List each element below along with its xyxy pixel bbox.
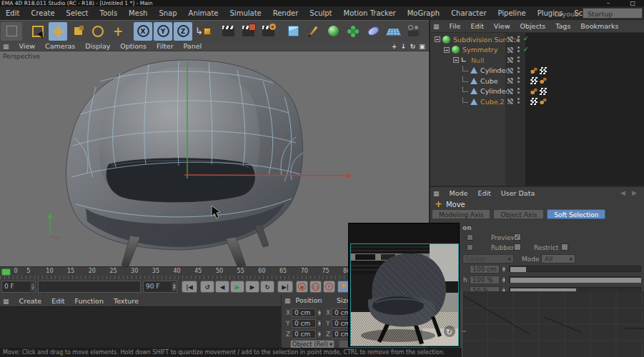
object-manager-menu-view[interactable]: View <box>489 20 515 33</box>
minimize-button[interactable]: – <box>607 0 610 6</box>
material-manager-menu-edit[interactable]: Edit <box>46 295 69 307</box>
object-manager-menu-bookmarks[interactable]: Bookmarks <box>575 20 623 33</box>
add-environment-button[interactable] <box>384 22 402 41</box>
object-row-cube[interactable]: Cube <box>430 76 644 86</box>
object-row-cylinder-1[interactable]: Cylinder.1 <box>430 86 644 96</box>
object-manager-menu-objects[interactable]: Objects <box>515 20 550 33</box>
object-row-cube-2[interactable]: Cube.2 <box>430 96 644 106</box>
mesh-object-icon[interactable] <box>470 78 477 84</box>
layer-toggle-icon[interactable] <box>507 56 514 64</box>
keyframe-selection-button[interactable]: ? <box>323 281 335 293</box>
position-stepper[interactable] <box>317 308 322 317</box>
frame-range-slider[interactable]: 0 F 90 F <box>38 281 141 293</box>
menu-create[interactable]: Create <box>25 6 60 20</box>
rubber-checkbox[interactable] <box>514 243 521 251</box>
object-manager-menu-tags[interactable]: Tags <box>550 20 575 33</box>
expander-icon[interactable] <box>453 57 459 63</box>
attribute-manager-grid-icon[interactable]: ▦ <box>430 190 442 197</box>
menu-select[interactable]: Select <box>61 6 94 20</box>
viewport-menu-filter[interactable]: Filter <box>152 41 179 51</box>
layout-dropdown[interactable]: Startup <box>583 8 643 19</box>
recent-tool-button[interactable] <box>109 22 127 41</box>
play-backwards-button[interactable]: ↺ <box>200 281 214 293</box>
viewport-pan-icon[interactable]: + <box>390 41 399 51</box>
radius-field[interactable]: 100 cm <box>470 265 500 273</box>
object-manager-grid-icon[interactable]: ▦ <box>430 23 442 30</box>
menu-snap[interactable]: Snap <box>153 6 182 20</box>
goto-start-button[interactable]: |◀ <box>182 281 197 293</box>
menu-sculpt[interactable]: Sculpt <box>304 6 337 20</box>
object-manager-menu-edit[interactable]: Edit <box>465 20 488 33</box>
phong-tag-icon[interactable] <box>540 98 547 105</box>
layer-toggle-icon[interactable] <box>507 36 514 43</box>
object-name[interactable]: Symmetry <box>462 45 497 54</box>
position-z-field[interactable]: 0 cm <box>292 330 316 338</box>
visibility-dots-icon[interactable] <box>517 98 520 100</box>
expander-icon[interactable] <box>435 36 440 42</box>
viewport-menu-view[interactable]: View <box>14 41 41 51</box>
phong-tag-icon[interactable] <box>530 88 538 95</box>
add-camera-button[interactable] <box>404 22 422 41</box>
object-row-subdivision-surface[interactable]: Subdivision Surface✓ <box>430 34 644 44</box>
mesh-object-icon[interactable] <box>470 88 477 94</box>
next-frame-button[interactable]: ▶ <box>245 281 259 293</box>
menu-character[interactable]: Character <box>445 6 492 20</box>
mesh-object-icon[interactable] <box>470 99 477 105</box>
menu-simulate[interactable]: Simulate <box>224 6 267 20</box>
object-row-symmetry[interactable]: Symmetry✓ <box>430 45 644 55</box>
rubber-key-checkbox[interactable] <box>467 244 473 251</box>
material-manager-menu-function[interactable]: Function <box>70 295 109 307</box>
viewport-zoom-icon[interactable]: ↓ <box>399 41 408 51</box>
viewport-menu-options[interactable]: Options <box>115 41 152 51</box>
visibility-dots-icon[interactable] <box>517 36 520 38</box>
lock-x-axis-button[interactable]: X <box>134 22 152 41</box>
material-manager-menu-texture[interactable]: Texture <box>109 295 144 307</box>
position-stepper[interactable] <box>317 330 322 338</box>
viewport-rotate-icon[interactable]: ↻ <box>408 41 417 51</box>
restrict-checkbox[interactable] <box>561 243 568 251</box>
layer-toggle-icon[interactable] <box>507 88 514 95</box>
viewport-menu-cameras[interactable]: Cameras <box>40 41 80 51</box>
visibility-dots-icon[interactable] <box>517 88 520 90</box>
add-spline-button[interactable] <box>304 22 322 41</box>
texture-tag-icon[interactable] <box>540 88 547 95</box>
render-picture-viewer-button[interactable] <box>239 22 257 41</box>
position-x-field[interactable]: 0 cm <box>292 308 316 317</box>
layer-toggle-icon[interactable] <box>507 77 514 84</box>
timeline-playhead[interactable] <box>1 268 11 276</box>
expander-icon[interactable] <box>444 47 450 53</box>
record-active-objects-button[interactable]: ● <box>296 281 308 293</box>
texture-tag-icon[interactable] <box>540 67 547 74</box>
radius-slider[interactable] <box>509 266 641 272</box>
tab-object-axis[interactable]: Object Axis <box>493 209 544 219</box>
position-stepper[interactable] <box>317 319 322 328</box>
object-row-null[interactable]: ∟Null <box>430 55 644 65</box>
goto-end-button[interactable]: ▶| <box>277 281 293 293</box>
render-settings-button[interactable] <box>259 22 277 41</box>
mode-dropdown[interactable]: All <box>541 254 575 263</box>
viewport-toggle-icon[interactable]: ▣ <box>417 41 427 51</box>
object-name[interactable]: Cube <box>480 76 498 86</box>
object-name[interactable]: Cylinder <box>480 66 508 75</box>
enabled-check-icon[interactable]: ✓ <box>523 34 529 44</box>
texture-tag-icon[interactable] <box>530 98 538 105</box>
strength-stepper[interactable] <box>501 276 506 284</box>
lock-z-axis-button[interactable]: Z <box>174 22 192 41</box>
material-manager[interactable]: ▦ CreateEditFunctionTexture <box>0 295 281 348</box>
menu-pipeline[interactable]: Pipeline <box>492 6 532 20</box>
viewport-menu-panel[interactable]: Panel <box>179 41 207 51</box>
visibility-dots-icon[interactable] <box>517 46 520 49</box>
enabled-check-icon[interactable]: ✓ <box>523 45 529 54</box>
scale-tool-button[interactable] <box>69 22 87 41</box>
falloff-dropdown[interactable]: Linear <box>462 254 514 263</box>
null-object-icon[interactable]: ∟ <box>461 56 469 65</box>
strength-field[interactable]: 100 % <box>470 276 500 284</box>
viewport-panel-grid-icon[interactable]: ▦ <box>0 43 12 50</box>
material-manager-grid-icon[interactable]: ▦ <box>0 298 12 305</box>
generator-object-icon[interactable] <box>452 46 460 54</box>
layer-toggle-icon[interactable] <box>507 46 514 54</box>
menu-edit[interactable]: Edit <box>0 6 25 20</box>
mesh-object-icon[interactable] <box>470 67 477 74</box>
play-forwards-button[interactable]: ▶ <box>230 281 244 293</box>
add-deformer-button[interactable] <box>364 22 382 41</box>
